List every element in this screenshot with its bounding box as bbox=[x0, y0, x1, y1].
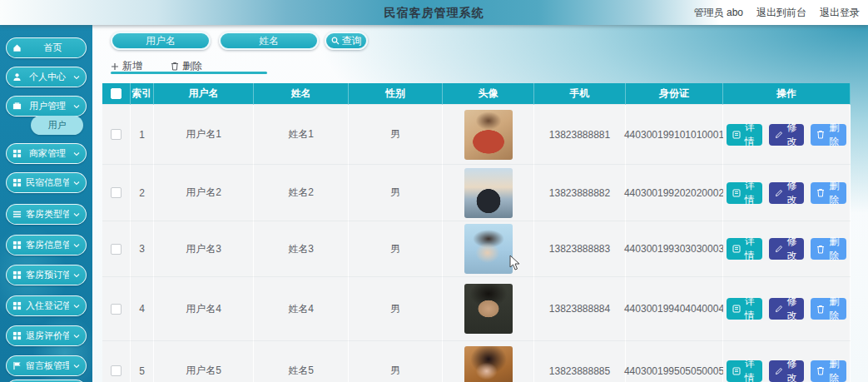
sidebar-subitem-label: 用户 bbox=[48, 119, 67, 131]
cell-name: 姓名2 bbox=[254, 165, 349, 221]
delete-button-label: 删除 bbox=[827, 235, 841, 263]
badge-icon bbox=[12, 102, 22, 111]
search-name-input[interactable] bbox=[219, 32, 319, 50]
sidebar-item-homestay-info-management[interactable]: 民宿信息管理 bbox=[6, 172, 87, 193]
row-checkbox[interactable] bbox=[111, 129, 122, 140]
table-row: 1 用户名1 姓名1 男 13823888881 440300199101010… bbox=[102, 105, 851, 165]
table-row: 2 用户名2 姓名2 男 13823888882 440300199202020… bbox=[102, 165, 851, 221]
delete-button-label: 删除 bbox=[827, 295, 841, 323]
delete-row-button[interactable]: 删除 bbox=[811, 360, 846, 382]
delete-row-button[interactable]: 删除 bbox=[811, 298, 846, 320]
detail-button[interactable]: 详情 bbox=[727, 360, 762, 382]
pencil-icon bbox=[775, 305, 783, 313]
cell-index: 3 bbox=[131, 221, 154, 277]
sidebar-item-label: 商家管理 bbox=[26, 147, 69, 160]
sidebar-item-message-board-management[interactable]: 留言板管理 bbox=[6, 355, 87, 376]
grid-icon bbox=[12, 241, 22, 250]
row-checkbox[interactable] bbox=[111, 244, 122, 255]
chevron-down-icon bbox=[73, 333, 80, 340]
edit-button[interactable]: 修改 bbox=[769, 124, 805, 146]
sidebar-item-room-info-management[interactable]: 客房信息管理 bbox=[6, 235, 87, 255]
admin-user-label: 管理员 abo bbox=[694, 6, 743, 20]
app-window: 民宿客房管理系统 管理员 abo 退出到前台 退出登录 首页 个人中心 bbox=[0, 0, 868, 382]
cell-idcard: 440300199505050005 bbox=[626, 341, 723, 382]
edit-button[interactable]: 修改 bbox=[769, 360, 805, 382]
cell-gender: 男 bbox=[349, 105, 443, 165]
chevron-down-icon bbox=[73, 151, 80, 157]
exit-to-front-link[interactable]: 退出到前台 bbox=[756, 6, 806, 20]
cell-gender: 男 bbox=[349, 165, 443, 221]
chevron-down-icon bbox=[73, 303, 80, 310]
sidebar-item-room-booking-management[interactable]: 客房预订管理 bbox=[6, 265, 87, 285]
sidebar-item-personal-center[interactable]: 个人中心 bbox=[6, 67, 87, 87]
detail-button-label: 详情 bbox=[743, 121, 756, 149]
sidebar-item-merchant-management[interactable]: 商家管理 bbox=[6, 143, 87, 164]
column-header-phone: 手机 bbox=[534, 83, 626, 105]
chevron-down-icon bbox=[73, 363, 80, 370]
cell-index: 4 bbox=[131, 277, 154, 341]
grid-icon bbox=[12, 301, 22, 310]
detail-button[interactable]: 详情 bbox=[727, 238, 762, 260]
sidebar-subitem-user[interactable]: 用户 bbox=[31, 116, 83, 135]
edit-button[interactable]: 修改 bbox=[769, 298, 805, 320]
trash-icon bbox=[171, 62, 179, 71]
sidebar-item-label: 退房评价管理 bbox=[26, 330, 69, 342]
search-button-label: 查询 bbox=[342, 34, 362, 48]
column-header-username: 用户名 bbox=[154, 83, 254, 105]
cell-username: 用户名2 bbox=[154, 165, 254, 221]
detail-button[interactable]: 详情 bbox=[727, 182, 762, 204]
detail-button[interactable]: 详情 bbox=[727, 298, 762, 320]
edit-button[interactable]: 修改 bbox=[769, 238, 805, 260]
table-row: 3 用户名3 姓名3 男 13823888883 440300199303030… bbox=[102, 221, 851, 277]
detail-button-label: 详情 bbox=[743, 295, 756, 323]
sidebar-item-label: 首页 bbox=[26, 42, 80, 54]
table-header-row: 索引 用户名 姓名 性别 头像 手机 身份证 操作 bbox=[102, 83, 851, 105]
detail-button[interactable]: 详情 bbox=[727, 124, 762, 146]
sidebar-item-user-management[interactable]: 用户管理 bbox=[6, 96, 87, 117]
detail-button-label: 详情 bbox=[743, 235, 756, 263]
chevron-down-icon bbox=[73, 74, 80, 81]
pencil-icon bbox=[775, 131, 783, 139]
document-icon bbox=[732, 189, 741, 197]
delete-row-button[interactable]: 删除 bbox=[811, 182, 846, 204]
cell-phone: 13823888883 bbox=[534, 221, 626, 277]
main-content: 查询 新增 删除 索引 用户名 姓名 性别 头像 手机 bbox=[92, 25, 868, 382]
edit-button-label: 修改 bbox=[786, 295, 799, 323]
cell-name: 姓名3 bbox=[254, 221, 349, 277]
cell-name: 姓名1 bbox=[254, 105, 349, 165]
avatar-image bbox=[464, 346, 513, 382]
sidebar-item-label: 客房信息管理 bbox=[26, 239, 69, 251]
sidebar-item-room-type-management[interactable]: 客房类型管理 bbox=[6, 204, 87, 225]
chevron-down-icon bbox=[73, 242, 80, 249]
delete-row-button[interactable]: 删除 bbox=[811, 124, 846, 146]
cell-gender: 男 bbox=[349, 277, 443, 341]
delete-button-label: 删除 bbox=[827, 179, 841, 207]
delete-row-button[interactable]: 删除 bbox=[811, 238, 846, 260]
column-header-avatar: 头像 bbox=[443, 83, 534, 105]
mouse-cursor bbox=[509, 255, 520, 270]
sidebar-item-checkin-management[interactable]: 入住登记管理 bbox=[6, 295, 87, 316]
logout-link[interactable]: 退出登录 bbox=[820, 6, 860, 20]
cell-gender: 男 bbox=[349, 341, 443, 382]
edit-button[interactable]: 修改 bbox=[769, 182, 805, 204]
row-checkbox[interactable] bbox=[111, 187, 122, 198]
sidebar-item-label: 客房类型管理 bbox=[26, 208, 69, 221]
chevron-down-icon bbox=[73, 180, 80, 186]
search-button[interactable]: 查询 bbox=[325, 32, 368, 50]
column-header-index: 索引 bbox=[131, 83, 154, 105]
cell-index: 1 bbox=[131, 105, 154, 165]
list-icon bbox=[12, 210, 22, 219]
cell-gender: 男 bbox=[349, 221, 443, 277]
row-checkbox[interactable] bbox=[111, 304, 122, 315]
chevron-down-icon bbox=[73, 211, 80, 218]
select-all-checkbox[interactable] bbox=[111, 88, 122, 99]
cell-name: 姓名5 bbox=[254, 341, 349, 382]
chevron-down-icon bbox=[73, 103, 80, 110]
search-username-input[interactable] bbox=[111, 32, 211, 50]
edit-button-label: 修改 bbox=[786, 357, 799, 382]
sidebar-item-checkout-review-management[interactable]: 退房评价管理 bbox=[6, 325, 87, 346]
sidebar-item-home[interactable]: 首页 bbox=[6, 37, 87, 58]
row-checkbox[interactable] bbox=[111, 365, 122, 376]
sidebar: 首页 个人中心 用户管理 用户 商 bbox=[0, 25, 92, 382]
cell-phone: 13823888884 bbox=[534, 277, 626, 341]
